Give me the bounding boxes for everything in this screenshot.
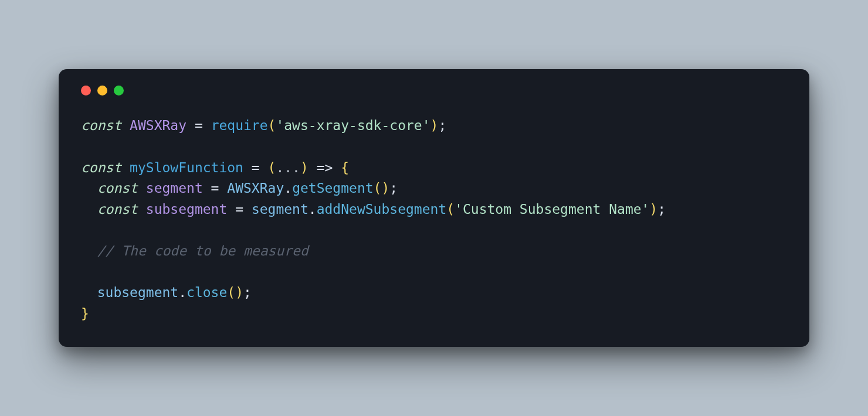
identifier: subsegment <box>146 202 227 217</box>
minimize-icon[interactable] <box>97 86 107 96</box>
arrow: => <box>317 160 333 175</box>
brace: { <box>341 160 349 175</box>
window-controls <box>81 86 787 96</box>
semicolon: ; <box>657 202 666 217</box>
string-literal: 'aws-xray-sdk-core' <box>276 118 430 133</box>
operator: = <box>211 180 219 196</box>
maximize-icon[interactable] <box>114 86 124 96</box>
semicolon: ; <box>243 285 252 300</box>
object-ref: segment <box>252 202 308 217</box>
paren: ) <box>381 180 389 196</box>
code-line-4: const segment = AWSXRay.getSegment(); <box>81 180 398 196</box>
paren: ) <box>300 160 308 175</box>
paren: ( <box>446 202 455 217</box>
brace: } <box>81 306 89 321</box>
paren: ( <box>227 285 235 300</box>
paren: ( <box>374 180 382 196</box>
method-call: addNewSubsegment <box>317 202 447 217</box>
function-call: require <box>211 118 268 133</box>
dot: . <box>178 285 187 300</box>
keyword-const: const <box>81 118 121 133</box>
code-line-10: } <box>81 306 89 321</box>
code-line-5: const subsegment = segment.addNewSubsegm… <box>81 202 666 217</box>
code-line-3: const mySlowFunction = (...) => { <box>81 160 349 175</box>
code-editor-window: const AWSXRay = require('aws-xray-sdk-co… <box>59 69 809 346</box>
paren: ) <box>235 285 243 300</box>
paren: ( <box>268 160 276 175</box>
keyword-const: const <box>81 160 121 175</box>
identifier: mySlowFunction <box>130 160 243 175</box>
paren: ) <box>430 118 439 133</box>
method-call: getSegment <box>292 180 373 196</box>
code-line-9: subsegment.close(); <box>81 285 252 300</box>
keyword-const: const <box>97 180 138 196</box>
close-icon[interactable] <box>81 86 91 96</box>
code-block: const AWSXRay = require('aws-xray-sdk-co… <box>81 115 787 324</box>
object-ref: AWSXRay <box>227 180 284 196</box>
keyword-const: const <box>97 202 138 217</box>
operator: = <box>252 160 260 175</box>
semicolon: ; <box>389 180 398 196</box>
paren: ) <box>649 202 657 217</box>
operator: = <box>235 202 243 217</box>
operator: = <box>195 118 203 133</box>
code-line-1: const AWSXRay = require('aws-xray-sdk-co… <box>81 118 446 133</box>
dot: . <box>308 202 317 217</box>
code-line-7: // The code to be measured <box>81 243 308 258</box>
method-call: close <box>187 285 227 300</box>
object-ref: subsegment <box>97 285 178 300</box>
dot: . <box>284 180 292 196</box>
spread: ... <box>276 160 300 175</box>
identifier: AWSXRay <box>130 118 187 133</box>
comment: // The code to be measured <box>97 243 308 258</box>
identifier: segment <box>146 180 203 196</box>
string-literal: 'Custom Subsegment Name' <box>455 202 649 217</box>
paren: ( <box>268 118 276 133</box>
semicolon: ; <box>438 118 446 133</box>
